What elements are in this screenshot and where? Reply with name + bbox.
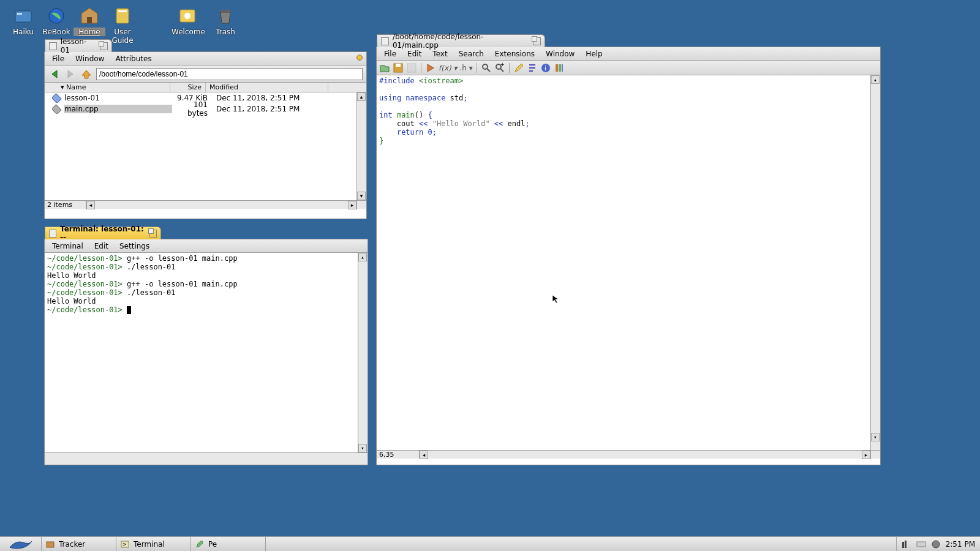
tracker-navbar bbox=[45, 66, 366, 83]
file-modified: Dec 11, 2018, 2:51 PM bbox=[208, 105, 300, 113]
globe-icon bbox=[47, 6, 66, 26]
info-icon[interactable]: i bbox=[540, 62, 551, 73]
file-modified: Dec 11, 2018, 2:51 PM bbox=[208, 94, 300, 102]
close-icon[interactable] bbox=[381, 37, 389, 45]
svg-text:+: + bbox=[500, 62, 505, 67]
svg-rect-22 bbox=[556, 64, 558, 72]
svg-rect-11 bbox=[52, 105, 61, 114]
edit-icon[interactable] bbox=[513, 62, 524, 73]
code-editor[interactable]: #include <iostream> using namespace std;… bbox=[377, 75, 880, 450]
scroll-left-icon[interactable]: ◂ bbox=[420, 451, 428, 459]
scroll-up-icon[interactable]: ▴ bbox=[358, 253, 367, 261]
icon-label: Home bbox=[74, 28, 105, 36]
zoom-icon[interactable] bbox=[100, 42, 108, 50]
icon-label: BeBook bbox=[40, 28, 72, 36]
col-name[interactable]: ▾ Name bbox=[45, 83, 170, 92]
func-label[interactable]: f(x) ▾ bbox=[439, 64, 458, 72]
save-disabled-icon bbox=[406, 62, 417, 73]
svg-rect-29 bbox=[905, 541, 907, 548]
tools-icon[interactable] bbox=[554, 62, 565, 73]
scroll-up-icon[interactable]: ▴ bbox=[871, 75, 880, 84]
menu-window[interactable]: Window bbox=[541, 48, 579, 60]
close-icon[interactable] bbox=[49, 230, 56, 238]
svg-point-9 bbox=[357, 55, 363, 61]
scroll-left-icon[interactable]: ◂ bbox=[86, 201, 95, 209]
scroll-up-icon[interactable]: ▴ bbox=[357, 92, 366, 101]
desktop-icon-welcome[interactable]: Welcome bbox=[172, 6, 203, 36]
editor-titlebar[interactable]: /boot/home/code/lesson-01/main.cpp bbox=[377, 34, 545, 47]
menu-help[interactable]: Help bbox=[581, 48, 607, 60]
resize-grip[interactable] bbox=[870, 451, 880, 459]
clock[interactable]: 2:51 PM bbox=[946, 540, 975, 549]
scroll-down-icon[interactable]: ▾ bbox=[357, 192, 366, 200]
task-tracker[interactable]: Tracker bbox=[42, 537, 116, 551]
menu-attributes[interactable]: Attributes bbox=[110, 53, 156, 65]
desktop-icon-trash[interactable]: Trash bbox=[209, 6, 241, 36]
soft-wrap-icon[interactable] bbox=[527, 62, 538, 73]
svg-rect-14 bbox=[407, 64, 416, 72]
icon-label: Trash bbox=[209, 28, 241, 36]
desktop-icon-home[interactable]: Home bbox=[74, 6, 105, 36]
file-row[interactable]: main.cpp 101 bytes Dec 11, 2018, 2:51 PM bbox=[45, 103, 366, 114]
task-pe[interactable]: Pe bbox=[191, 537, 266, 551]
tracker-status: 2 items ◂ ▸ bbox=[45, 200, 366, 209]
zoom-icon[interactable] bbox=[533, 37, 541, 45]
bee-icon bbox=[355, 53, 364, 62]
desktop-icon-haiku[interactable]: Haiku bbox=[7, 6, 39, 36]
svg-line-18 bbox=[500, 69, 503, 72]
task-label: Pe bbox=[208, 540, 217, 549]
find-inc-icon[interactable]: + bbox=[494, 62, 505, 73]
path-input[interactable] bbox=[96, 68, 363, 80]
resize-grip[interactable] bbox=[356, 201, 366, 209]
terminal-cursor bbox=[127, 306, 131, 314]
svg-rect-5 bbox=[118, 10, 127, 12]
svg-rect-24 bbox=[562, 64, 563, 72]
folder-home-icon bbox=[80, 6, 99, 26]
file-name: main.cpp bbox=[64, 105, 172, 113]
save-icon[interactable] bbox=[393, 62, 404, 73]
svg-rect-30 bbox=[917, 542, 925, 547]
svg-point-7 bbox=[184, 13, 190, 19]
leaf-menu[interactable] bbox=[0, 537, 42, 551]
svg-point-31 bbox=[932, 541, 940, 548]
scrollbar-vertical[interactable]: ▴ ▾ bbox=[870, 75, 880, 450]
editor-status: 6,35 ◂ ▸ bbox=[377, 450, 880, 459]
close-icon[interactable] bbox=[49, 42, 57, 50]
cursor-position: 6,35 bbox=[377, 451, 420, 459]
svg-rect-23 bbox=[559, 64, 561, 72]
svg-rect-0 bbox=[15, 11, 31, 22]
desktop-icon-bebook[interactable]: BeBook bbox=[40, 6, 72, 36]
welcome-icon bbox=[178, 6, 197, 26]
nav-forward-icon[interactable] bbox=[64, 68, 77, 80]
scroll-right-icon[interactable]: ▸ bbox=[862, 451, 870, 459]
scroll-down-icon[interactable]: ▾ bbox=[871, 433, 880, 441]
tray-network-icon[interactable] bbox=[931, 539, 941, 549]
find-icon[interactable] bbox=[481, 62, 492, 73]
terminal-titlebar[interactable]: Terminal: lesson-01: -- bbox=[45, 227, 161, 239]
col-modified[interactable]: Modified bbox=[206, 83, 328, 92]
tracker-app-icon bbox=[45, 539, 55, 549]
exec-icon[interactable] bbox=[425, 62, 436, 73]
file-list[interactable]: lesson-01 9.47 KiB Dec 11, 2018, 2:51 PM… bbox=[45, 92, 366, 200]
svg-text:>: > bbox=[123, 542, 127, 547]
nav-back-icon[interactable] bbox=[48, 68, 61, 80]
terminal-body[interactable]: ~/code/lesson-01> g++ -o lesson-01 main.… bbox=[45, 253, 368, 452]
task-terminal[interactable]: > Terminal bbox=[116, 537, 191, 551]
tracker-titlebar[interactable]: lesson-01 bbox=[45, 39, 112, 52]
svg-point-15 bbox=[483, 64, 488, 69]
scrollbar-vertical[interactable]: ▴ ▾ bbox=[356, 92, 366, 200]
tray-cpu-icon[interactable] bbox=[902, 539, 911, 549]
col-size[interactable]: Size bbox=[170, 83, 206, 92]
scroll-down-icon[interactable]: ▾ bbox=[358, 444, 367, 452]
file-size: 101 bytes bbox=[172, 100, 208, 118]
tray-keymap-icon[interactable] bbox=[916, 539, 926, 549]
deskbar-tray: 2:51 PM bbox=[896, 537, 980, 551]
scrollbar-vertical[interactable]: ▴ ▾ bbox=[358, 253, 368, 452]
scroll-right-icon[interactable]: ▸ bbox=[348, 201, 356, 209]
zoom-icon[interactable] bbox=[149, 230, 157, 238]
svg-line-16 bbox=[487, 69, 490, 72]
header-label[interactable]: .h ▾ bbox=[460, 64, 473, 72]
open-icon[interactable] bbox=[379, 62, 390, 73]
terminal-bottom-border bbox=[45, 452, 368, 465]
nav-up-icon[interactable] bbox=[80, 68, 92, 80]
